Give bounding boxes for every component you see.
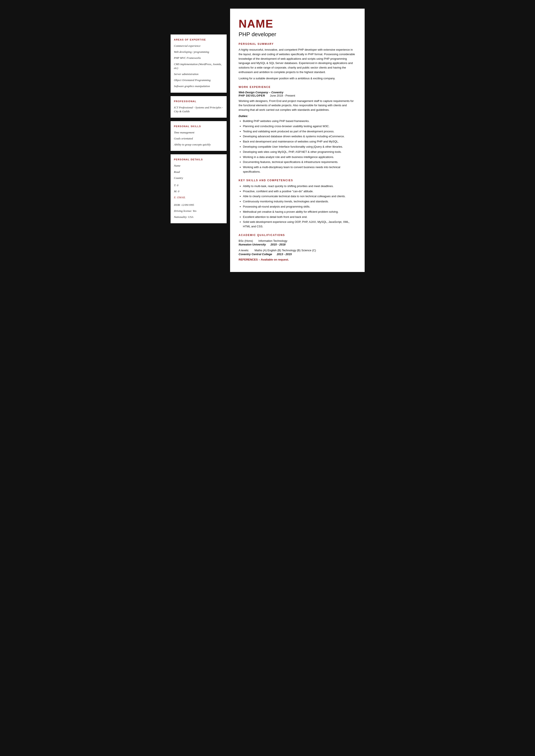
key-skill-1: Ability to multi-task, react quickly to … <box>243 184 356 189</box>
personal-details-title: PERSONAL DETAILS <box>174 158 223 161</box>
duty-4: Developing advanced database driven webs… <box>243 134 356 139</box>
detail-country: Country <box>174 176 223 180</box>
key-skill-5: Possessing all-round analysis and progra… <box>243 204 356 209</box>
expertise-item-5: Server administration <box>174 72 223 76</box>
duty-8: Working in a data analyst role and with … <box>243 155 356 159</box>
qual2-prefix: A levels: <box>239 249 249 252</box>
work-experience-title: WORK EXPERIENCE <box>239 86 356 89</box>
duty-9: Documenting features, technical specific… <box>243 160 356 164</box>
detail-dob: DOB: 12/09/1995 <box>174 203 223 207</box>
personal-details-section: PERSONAL DETAILS Name Road Country T: 0 … <box>171 154 227 223</box>
duty-2: Planning and conducting cross-browser us… <box>243 124 356 129</box>
duty-3: Testing and validating work produced as … <box>243 129 356 134</box>
qual2-institution: Coventry Central College <box>239 253 272 256</box>
professional-item-1: ICT Professional - Systems and Principle… <box>174 106 223 113</box>
expertise-item-7: Software graphics manipulation <box>174 84 223 88</box>
skill-item-2: Goals orientated <box>174 137 223 141</box>
skill-item-1: Time management <box>174 131 223 134</box>
expertise-item-6: Object Orientated Programming <box>174 78 223 82</box>
qual1-dates: 2015 - 2018 <box>270 243 286 246</box>
key-skill-6: Methodical yet creative & having a prove… <box>243 210 356 214</box>
detail-driving: Driving license: Yes <box>174 209 223 213</box>
work-dates: June 2018 - Present <box>270 94 295 97</box>
qual2-dates: 2013 - 2015 <box>277 253 292 256</box>
personal-summary-p2: Looking for a suitable developer positio… <box>239 76 356 81</box>
detail-email: E: EMAIL <box>174 196 223 199</box>
personal-summary-p1: A highly resourceful, innovative, and co… <box>239 48 356 74</box>
qual1-line: BSc (Hons) Information Technology <box>239 239 356 243</box>
detail-phone: T: 0 <box>174 183 223 187</box>
key-skill-4: Continuously monitoring industry trends,… <box>243 199 356 204</box>
qual1-degree: BSc (Hons) <box>239 239 253 242</box>
detail-nationality: Nationality: USA <box>174 215 223 219</box>
work-description: Working with designers, Front End and pr… <box>239 99 356 112</box>
qual1-institution: Nuneaton University <box>239 243 266 246</box>
qual2-line: A levels: Maths (A) English (B) Technolo… <box>239 248 356 253</box>
key-skill-7: Excellent attention to detail both front… <box>243 215 356 219</box>
expertise-item-3: PHP MVC Frameworks <box>174 56 223 60</box>
qual-entry-2: A levels: Maths (A) English (B) Technolo… <box>239 248 356 256</box>
work-role: PHP DEVELOPER <box>239 94 265 97</box>
duty-7: Developing web sites using MySQL, PHP, A… <box>243 150 356 154</box>
key-skills-title: KEY SKILLS AND COMPETENCIES <box>239 179 356 182</box>
academic-title: ACADEMIC QUALIFICATIONS <box>239 233 356 237</box>
job-title: PHP developer <box>239 31 356 38</box>
references: REFERENCES – Available on request. <box>239 258 356 261</box>
applicant-name: NAME <box>239 17 356 30</box>
work-entry: Web Design Company – Coventry PHP DEVELO… <box>239 91 356 174</box>
detail-road: Road <box>174 170 223 174</box>
references-label: REFERENCES <box>239 258 258 261</box>
qual1-institution-line: Nuneaton University 2015 - 2018 <box>239 243 356 246</box>
expertise-item-2: Web developing / programming <box>174 50 223 54</box>
key-skill-3: Able to clearly communicate technical da… <box>243 194 356 199</box>
detail-name: Name <box>174 164 223 168</box>
duty-1: Building PHP websites using PHP based fr… <box>243 119 356 123</box>
professional-title: PROFESSIONAL <box>174 100 223 103</box>
sidebar: AREAS OF EXPERTISE Commercial experience… <box>171 9 227 272</box>
duties-label: Duties: <box>239 115 356 118</box>
skill-item-3: Ability to grasp concepts quickly <box>174 143 223 147</box>
qual1-subject: Information Technology <box>258 239 287 242</box>
work-company: Web Design Company – Coventry <box>239 91 356 94</box>
expertise-item-1: Commercial experience <box>174 44 223 48</box>
qual2-institution-line: Coventry Central College 2013 - 2015 <box>239 253 356 256</box>
work-role-line: PHP DEVELOPER June 2018 - Present <box>239 94 356 97</box>
duty-6: Developing compatible User Interface fun… <box>243 145 356 149</box>
personal-summary-title: PERSONAL SUMMARY <box>239 42 356 45</box>
page: AREAS OF EXPERTISE Commercial experience… <box>171 9 365 272</box>
duty-10: Working with a multi-disciplinary team t… <box>243 165 356 174</box>
qual-entry-1: BSc (Hons) Information Technology Nuneat… <box>239 239 356 246</box>
personal-skills-title: PERSONAL SKILLS <box>174 125 223 127</box>
key-skill-8: Solid web development experience using O… <box>243 220 356 229</box>
personal-skills-section: PERSONAL SKILLS Time management Goals or… <box>171 121 227 151</box>
references-text: – Available on request. <box>259 258 289 261</box>
detail-mobile: M: 0 <box>174 189 223 193</box>
professional-section: PROFESSIONAL ICT Professional - Systems … <box>171 96 227 118</box>
duty-5: Back end development and maintenance of … <box>243 139 356 144</box>
main-content: NAME PHP developer PERSONAL SUMMARY A hi… <box>230 9 365 272</box>
key-skills-list: Ability to multi-task, react quickly to … <box>239 184 356 229</box>
qual2-subjects: Maths (A) English (B) Technology (B) Sci… <box>254 249 316 252</box>
expertise-section: AREAS OF EXPERTISE Commercial experience… <box>171 35 227 93</box>
key-skill-2: Proactive, confident and with a positive… <box>243 189 356 194</box>
expertise-title: AREAS OF EXPERTISE <box>174 39 223 41</box>
expertise-item-4: CMS implementation (WordPress, Joomla, e… <box>174 62 223 70</box>
duties-list: Building PHP websites using PHP based fr… <box>239 119 356 174</box>
